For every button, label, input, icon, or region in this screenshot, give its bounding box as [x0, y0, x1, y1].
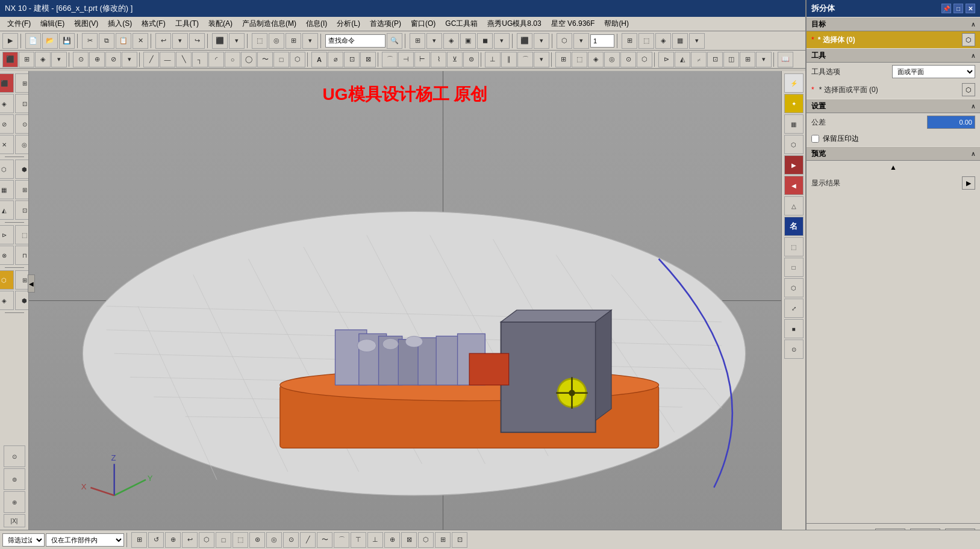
view-btn6[interactable]: ▾: [302, 33, 318, 49]
menu-analysis[interactable]: 分析(L): [332, 17, 365, 30]
circle-btn[interactable]: ○: [225, 52, 240, 67]
layer-input[interactable]: [590, 34, 614, 48]
constraint-arrow[interactable]: ▾: [534, 52, 549, 67]
side-btn-1[interactable]: ⬛: [0, 73, 14, 93]
side-btn-22[interactable]: ⬢: [15, 291, 30, 310]
settings-section-header[interactable]: 设置 ∧: [807, 99, 980, 113]
bot-btn16[interactable]: ⊕: [384, 532, 400, 548]
bot-btn9[interactable]: ◎: [266, 532, 282, 548]
far-btn-12[interactable]: ⤢: [784, 299, 804, 318]
new-btn[interactable]: 📄: [25, 33, 41, 49]
layer-btn[interactable]: ⬡: [557, 33, 572, 49]
misc-arrow[interactable]: ▾: [689, 33, 705, 49]
side-btn-7[interactable]: ✕: [0, 135, 14, 154]
side-btn-bottom1[interactable]: ⊙: [4, 445, 25, 467]
draw-btn2[interactable]: ⊞: [19, 52, 34, 67]
display-btn1[interactable]: ⬛: [517, 33, 532, 49]
select-face-btn[interactable]: ⬡: [962, 83, 975, 96]
search-input[interactable]: [325, 34, 385, 48]
side-btn-17[interactable]: ⊗: [0, 246, 14, 265]
side-btn-20[interactable]: ⊞: [15, 270, 30, 290]
draw-arrow2[interactable]: ▾: [122, 52, 137, 67]
misc-btn2[interactable]: ⬚: [638, 33, 654, 49]
far-btn-9[interactable]: ⬚: [784, 237, 804, 256]
more-btn1[interactable]: ⊞: [555, 52, 571, 67]
render-arrow[interactable]: ▾: [494, 33, 510, 49]
view-btn4[interactable]: ◎: [269, 33, 284, 49]
bot-btn3[interactable]: ⊕: [165, 532, 181, 548]
menu-file[interactable]: 文件(F): [2, 17, 36, 30]
side-btn-14[interactable]: ⊡: [15, 200, 30, 220]
menu-preferences[interactable]: 首选项(P): [365, 17, 406, 30]
panel-scroll-up[interactable]: ▲: [807, 161, 980, 174]
rect-btn[interactable]: □: [273, 52, 289, 67]
text-btn[interactable]: A: [311, 52, 327, 67]
menu-edit[interactable]: 编辑(E): [36, 17, 69, 30]
far-btn-11[interactable]: ⬡: [784, 278, 804, 297]
line-btn1[interactable]: ╱: [143, 52, 159, 67]
arc-btn[interactable]: ◜: [208, 52, 224, 67]
trim-btn1[interactable]: ⊣: [398, 52, 414, 67]
start-btn[interactable]: ▶: [2, 33, 18, 49]
bot-btn18[interactable]: ⬡: [418, 532, 434, 548]
render-btn1[interactable]: ◈: [443, 33, 459, 49]
left-collapse-btn[interactable]: ◀: [28, 274, 35, 293]
more-btn4[interactable]: ◎: [604, 52, 620, 67]
constraint-btn1[interactable]: ⊥: [485, 52, 501, 67]
menu-window[interactable]: 窗口(O): [406, 17, 440, 30]
preview-section-header[interactable]: 预览 ∧: [807, 146, 980, 161]
far-btn-6[interactable]: ◀: [784, 176, 804, 195]
trim-btn2[interactable]: ⊢: [414, 52, 430, 67]
snap-arrow[interactable]: ▾: [426, 33, 442, 49]
undo-btn[interactable]: ↩: [155, 33, 171, 49]
bot-btn5[interactable]: ⬡: [199, 532, 214, 548]
filter-combo[interactable]: 筛选过滤器: [2, 533, 45, 547]
draw-btn4[interactable]: ⊙: [73, 52, 89, 67]
misc-btn4[interactable]: ▦: [672, 33, 688, 49]
menu-help[interactable]: 帮助(H): [599, 17, 634, 30]
poly-btn[interactable]: ⬡: [290, 52, 305, 67]
render-btn2[interactable]: ▣: [460, 33, 476, 49]
far-btn-14[interactable]: ⊙: [784, 340, 804, 359]
side-btn-2[interactable]: ⊞: [15, 73, 30, 93]
far-btn-1[interactable]: ⚡: [784, 73, 804, 93]
constraint-btn2[interactable]: ∥: [501, 52, 517, 67]
draw-arrow1[interactable]: ▾: [51, 52, 67, 67]
tool-section-header[interactable]: 工具 ∧: [807, 48, 980, 63]
dim-btn1[interactable]: ⌀: [328, 52, 343, 67]
copy-btn[interactable]: ⧉: [99, 33, 114, 49]
bot-btn4[interactable]: ↩: [182, 532, 198, 548]
extra-btn3[interactable]: ⌿: [691, 52, 707, 67]
more-btn6[interactable]: ⬡: [637, 52, 652, 67]
view-btn5[interactable]: ⊞: [286, 33, 301, 49]
extra-btn2[interactable]: ◭: [675, 52, 690, 67]
menu-view[interactable]: 视图(V): [69, 17, 103, 30]
far-btn-5[interactable]: ▶: [784, 155, 804, 175]
extra-btn4[interactable]: ⊡: [707, 52, 723, 67]
bot-btn1[interactable]: ⊞: [131, 532, 147, 548]
misc-btn3[interactable]: ◈: [655, 33, 671, 49]
side-btn-19[interactable]: ⬡: [0, 270, 14, 290]
bot-btn13[interactable]: ⌒: [334, 532, 349, 548]
bot-btn10[interactable]: ⊙: [283, 532, 299, 548]
far-btn-10[interactable]: □: [784, 258, 804, 277]
more-btn2[interactable]: ⬚: [572, 52, 587, 67]
panel-pin-btn[interactable]: 📌: [941, 4, 951, 13]
more-btn5[interactable]: ⊙: [620, 52, 636, 67]
render-btn3[interactable]: ◼: [477, 33, 493, 49]
layer-arrow[interactable]: ▾: [573, 33, 589, 49]
side-btn-18[interactable]: ⊓: [15, 246, 30, 265]
line-btn4[interactable]: ┐: [192, 52, 208, 67]
menu-yanxiu[interactable]: 燕秀UG模具8.03: [482, 17, 546, 30]
view-btn3[interactable]: ⬚: [252, 33, 267, 49]
extra-btn5[interactable]: ◫: [723, 52, 739, 67]
side-btn-bottom4[interactable]: |X|: [4, 514, 25, 527]
view-btn2[interactable]: ▾: [229, 33, 245, 49]
panel-close-btn[interactable]: ✕: [966, 4, 975, 13]
draw-btn5[interactable]: ⊕: [89, 52, 105, 67]
side-btn-4[interactable]: ⊡: [15, 94, 30, 113]
side-btn-6[interactable]: ⊙: [15, 114, 30, 134]
more-btn3[interactable]: ◈: [588, 52, 604, 67]
draw-btn1[interactable]: ⬛: [2, 52, 18, 67]
extra-btn1[interactable]: ⊳: [658, 52, 674, 67]
